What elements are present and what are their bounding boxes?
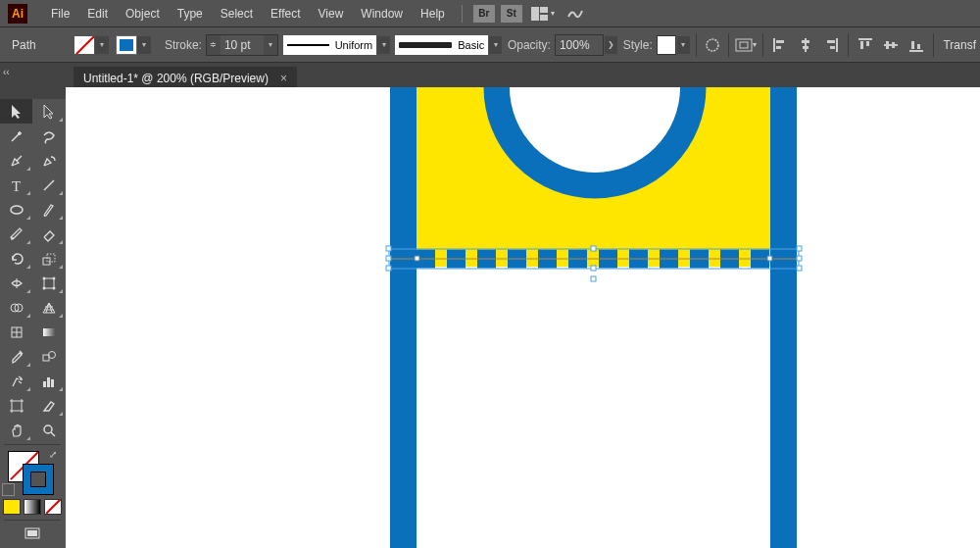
menu-window[interactable]: Window: [352, 0, 412, 26]
artboard-tool[interactable]: [0, 393, 32, 418]
svg-rect-57: [386, 246, 391, 251]
blend-tool[interactable]: [32, 344, 65, 369]
svg-rect-13: [827, 40, 835, 43]
svg-rect-45: [51, 379, 54, 387]
style-dropdown[interactable]: ▾: [677, 36, 690, 54]
pen-tool[interactable]: [0, 148, 32, 173]
svg-rect-0: [531, 7, 539, 21]
svg-rect-17: [866, 41, 869, 46]
menu-view[interactable]: View: [310, 0, 353, 26]
stroke-weight-field[interactable]: [220, 35, 264, 55]
eyedropper-tool[interactable]: [0, 344, 32, 369]
column-graph-tool[interactable]: [32, 369, 65, 393]
svg-rect-65: [591, 276, 596, 281]
direct-selection-tool[interactable]: [32, 99, 65, 124]
shaper-tool[interactable]: [0, 222, 32, 246]
svg-rect-5: [740, 42, 748, 48]
gpu-preview-button[interactable]: [566, 7, 584, 21]
rotate-tool[interactable]: [0, 246, 32, 271]
artwork: [66, 87, 980, 548]
transform-panel-link[interactable]: Transf: [939, 38, 980, 52]
tools-panel: T ⤢: [0, 87, 67, 548]
svg-text:T: T: [12, 178, 21, 193]
svg-line-48: [51, 432, 55, 436]
curvature-tool[interactable]: [32, 148, 65, 173]
menu-object[interactable]: Object: [117, 0, 169, 26]
document-tab-title: Untitled-1* @ 200% (RGB/Preview): [83, 72, 269, 85]
gradient-tool[interactable]: [32, 320, 65, 344]
tools-panel-tab[interactable]: [0, 87, 66, 99]
selection-type-label: Path: [12, 38, 74, 52]
stock-button[interactable]: St: [501, 5, 522, 23]
align-to-button[interactable]: ▾: [735, 34, 757, 56]
width-tool[interactable]: [0, 271, 32, 295]
tabbar-grip-icon[interactable]: ‹‹: [3, 67, 13, 75]
svg-rect-40: [43, 328, 55, 336]
zoom-tool[interactable]: [32, 418, 65, 442]
align-hcenter-button[interactable]: [795, 34, 816, 56]
profile-dropdown[interactable]: ▾: [377, 36, 390, 54]
style-label[interactable]: Style:: [623, 38, 653, 52]
svg-rect-60: [591, 246, 596, 251]
paintbrush-tool[interactable]: [32, 197, 65, 222]
default-fill-stroke-icon[interactable]: [2, 483, 15, 496]
line-tool[interactable]: [32, 173, 65, 197]
free-transform-tool[interactable]: [32, 271, 65, 295]
menu-select[interactable]: Select: [212, 0, 262, 26]
recolor-artwork-button[interactable]: [703, 34, 722, 56]
fill-stroke-indicator[interactable]: ⤢: [0, 447, 65, 496]
svg-point-26: [11, 206, 23, 214]
graphic-style-swatch[interactable]: [657, 35, 676, 55]
stroke-swatch[interactable]: ▾: [117, 36, 151, 54]
menu-file[interactable]: File: [42, 0, 78, 26]
align-top-button[interactable]: [855, 34, 876, 56]
canvas[interactable]: [66, 87, 980, 548]
shape-builder-tool[interactable]: [0, 295, 32, 320]
opacity-label[interactable]: Opacity:: [508, 38, 551, 52]
bridge-button[interactable]: Br: [473, 5, 495, 23]
svg-rect-64: [797, 266, 802, 271]
menu-help[interactable]: Help: [412, 0, 454, 26]
mesh-tool[interactable]: [0, 320, 32, 344]
hand-tool[interactable]: [0, 418, 32, 442]
perspective-grid-tool[interactable]: [32, 295, 65, 320]
separator: [762, 33, 763, 57]
lasso-tool[interactable]: [32, 124, 65, 148]
svg-rect-7: [776, 40, 784, 43]
svg-rect-66: [415, 256, 419, 261]
stroke-weight-input[interactable]: ≑ ▾: [206, 34, 278, 56]
scale-tool[interactable]: [32, 246, 65, 271]
svg-point-3: [707, 39, 718, 51]
brush-dropdown[interactable]: ▾: [489, 36, 502, 54]
eraser-tool[interactable]: [32, 222, 65, 246]
type-tool[interactable]: T: [0, 173, 32, 197]
symbol-sprayer-tool[interactable]: [0, 369, 32, 393]
arrange-documents-button[interactable]: ▾: [531, 7, 555, 21]
menu-edit[interactable]: Edit: [78, 0, 117, 26]
menu-effect[interactable]: Effect: [262, 0, 309, 26]
stroke-label[interactable]: Stroke:: [165, 38, 202, 52]
screen-mode-button[interactable]: [0, 523, 65, 546]
align-right-button[interactable]: [820, 34, 842, 56]
magic-wand-tool[interactable]: [0, 124, 32, 148]
svg-point-32: [52, 276, 55, 279]
gradient-mode-button[interactable]: [24, 499, 41, 515]
align-vcenter-button[interactable]: [880, 34, 902, 56]
opacity-dropdown[interactable]: ❯: [605, 36, 617, 54]
variable-width-profile[interactable]: Uniform: [283, 35, 376, 55]
align-left-button[interactable]: [769, 34, 791, 56]
close-tab-button[interactable]: ×: [280, 72, 287, 85]
document-tab[interactable]: Untitled-1* @ 200% (RGB/Preview) ×: [74, 67, 297, 89]
stroke-indicator[interactable]: [24, 465, 53, 494]
fill-swatch[interactable]: ▾: [74, 36, 109, 54]
brush-definition[interactable]: Basic: [395, 35, 488, 55]
swap-fill-stroke-icon[interactable]: ⤢: [49, 449, 57, 460]
slice-tool[interactable]: [32, 393, 65, 418]
opacity-field[interactable]: [555, 34, 604, 56]
ellipse-tool[interactable]: [0, 197, 32, 222]
menu-type[interactable]: Type: [169, 0, 212, 26]
selection-tool[interactable]: [0, 99, 32, 124]
color-mode-button[interactable]: [3, 499, 21, 515]
none-mode-button[interactable]: [44, 499, 62, 515]
align-bottom-button[interactable]: [906, 34, 927, 56]
